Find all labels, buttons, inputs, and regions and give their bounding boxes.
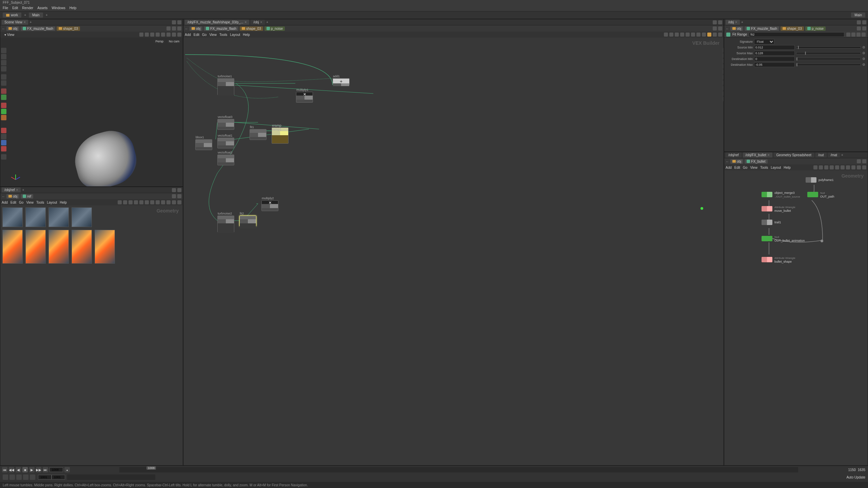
nt-tools[interactable]: Tools bbox=[219, 33, 227, 37]
nt-edit[interactable]: Edit bbox=[194, 33, 199, 37]
nt-help[interactable]: Help bbox=[60, 201, 67, 204]
nt-layout[interactable]: Layout bbox=[230, 33, 240, 37]
node-vectofloat3[interactable]: vectofloat3 bbox=[217, 119, 234, 130]
bc-fx[interactable]: FX_muzzle_flash bbox=[204, 26, 238, 31]
nt-icon[interactable] bbox=[123, 200, 127, 204]
geometry-node-graph[interactable]: Geometry polyframe1 bbox=[724, 170, 868, 465]
nt-icon[interactable] bbox=[675, 33, 679, 37]
tl-opt-icon[interactable] bbox=[23, 474, 28, 480]
tool-icon[interactable] bbox=[723, 97, 724, 101]
bc-shape[interactable]: shape_03 bbox=[240, 26, 263, 31]
nt-icon[interactable] bbox=[134, 200, 138, 204]
tool-icon[interactable] bbox=[723, 64, 724, 69]
tab-objref[interactable]: /obj/ref bbox=[726, 152, 742, 158]
menu-windows[interactable]: Windows bbox=[52, 6, 65, 10]
stop-button[interactable]: ■ bbox=[22, 467, 28, 472]
node-multiply1[interactable]: multiply1 ✕ bbox=[296, 92, 313, 103]
menu-render[interactable]: Render bbox=[22, 6, 33, 10]
info-icon[interactable] bbox=[856, 33, 861, 37]
srcmin-slider[interactable] bbox=[796, 46, 861, 48]
node-add1[interactable]: add1 + bbox=[333, 78, 350, 85]
tool-icon[interactable] bbox=[1, 109, 6, 114]
nt-layout[interactable]: Layout bbox=[47, 201, 57, 204]
pane-icon[interactable] bbox=[718, 20, 722, 24]
bc-obj[interactable]: obj bbox=[190, 26, 202, 31]
node-fit2[interactable]: fit2 bbox=[239, 216, 256, 226]
nt-help[interactable]: Help bbox=[243, 33, 250, 37]
tab-add[interactable]: + bbox=[741, 20, 743, 24]
pin-icon[interactable] bbox=[177, 194, 181, 198]
tab-add[interactable]: + bbox=[266, 20, 268, 24]
tab-geomspread[interactable]: Geometry Spreadsheet bbox=[774, 152, 814, 158]
node-name-input[interactable] bbox=[749, 32, 844, 37]
menu-file[interactable]: File bbox=[3, 6, 8, 10]
timeline-track[interactable]: 1008 bbox=[119, 467, 798, 472]
scale-tool-icon[interactable] bbox=[1, 66, 6, 72]
tool-icon[interactable] bbox=[723, 69, 724, 74]
gear-icon[interactable]: ⚙ bbox=[862, 51, 866, 55]
nt-go[interactable]: Go bbox=[19, 201, 23, 204]
nt-icon[interactable] bbox=[129, 200, 133, 204]
tab-pnoise[interactable]: /obj/FX_muzzle_flash/shape_03/p_...× bbox=[185, 20, 249, 25]
pane-icon[interactable] bbox=[172, 188, 176, 192]
nt-icon[interactable] bbox=[118, 200, 122, 204]
last-frame-button[interactable]: ⏭ bbox=[43, 467, 48, 472]
search-icon[interactable] bbox=[713, 33, 717, 37]
nt-icon[interactable] bbox=[145, 200, 149, 204]
key-button[interactable]: ⬥ bbox=[64, 467, 70, 472]
max-icon[interactable] bbox=[177, 200, 181, 204]
gear-icon[interactable]: ⚙ bbox=[862, 57, 866, 61]
nt-edit[interactable]: Edit bbox=[11, 201, 16, 204]
bc-pnoise[interactable]: p_noise bbox=[805, 26, 826, 31]
srcmin-input[interactable] bbox=[754, 45, 795, 50]
nt-icon[interactable] bbox=[664, 33, 668, 37]
bc-pnoise[interactable]: p_noise bbox=[264, 26, 285, 31]
destmin-slider[interactable] bbox=[796, 58, 861, 60]
srcmax-slider[interactable] bbox=[796, 52, 861, 54]
ref-thumb[interactable] bbox=[25, 230, 46, 264]
nt-icon[interactable] bbox=[686, 33, 690, 37]
gear-icon[interactable] bbox=[846, 33, 850, 37]
bc-obj[interactable]: obj bbox=[6, 194, 19, 199]
pin-icon[interactable] bbox=[172, 26, 176, 30]
lock-icon[interactable] bbox=[172, 194, 176, 198]
nt-icon[interactable] bbox=[150, 200, 154, 204]
tab-scene-view[interactable]: Scene View× bbox=[2, 20, 28, 25]
tool-icon[interactable] bbox=[1, 103, 6, 108]
search-icon[interactable] bbox=[857, 165, 861, 169]
node-vectofloat2[interactable]: vectofloat2 bbox=[217, 155, 234, 165]
bc-obj[interactable]: obj bbox=[6, 26, 19, 31]
search-icon[interactable] bbox=[172, 200, 176, 204]
destmin-input[interactable] bbox=[754, 57, 795, 61]
ref-thumb[interactable] bbox=[72, 207, 92, 227]
nt-view[interactable]: View bbox=[209, 33, 217, 37]
node-out-path[interactable]: NullOUT_path bbox=[807, 191, 834, 198]
tab-out[interactable]: /out bbox=[815, 152, 827, 158]
bc-fxbullet[interactable]: FX_bullet bbox=[745, 159, 767, 164]
vex-node-graph[interactable]: VEX Builder bbox=[183, 38, 724, 465]
nt-help[interactable]: Help bbox=[784, 166, 791, 169]
node-bullet-shape[interactable]: Attribute Wranglebullet_shape bbox=[762, 256, 795, 263]
node-move-bullet[interactable]: Attribute Wranglemove_bullet bbox=[762, 205, 795, 212]
tool-icon[interactable] bbox=[1, 74, 6, 80]
play-back-button[interactable]: ◀ bbox=[16, 467, 21, 472]
ref-thumb[interactable] bbox=[2, 230, 23, 264]
ref-thumb[interactable] bbox=[2, 207, 23, 227]
nt-icon[interactable] bbox=[841, 165, 845, 169]
pane-icon[interactable] bbox=[862, 20, 866, 24]
vp-tool-icon[interactable] bbox=[139, 33, 143, 37]
auto-update-label[interactable]: Auto Update bbox=[844, 475, 868, 479]
pin-icon[interactable] bbox=[862, 159, 866, 163]
tool-icon[interactable] bbox=[1, 134, 6, 139]
vp-tool-icon[interactable] bbox=[177, 33, 181, 37]
nt-icon[interactable] bbox=[835, 165, 839, 169]
nt-icon[interactable] bbox=[851, 165, 855, 169]
cam-toggle[interactable]: No cam bbox=[167, 39, 181, 44]
bc-obj[interactable]: obj bbox=[730, 159, 743, 164]
range-end-input[interactable] bbox=[52, 475, 65, 480]
3d-viewport[interactable]: Persp No cam bbox=[0, 38, 183, 186]
frame-marker[interactable]: 1008 bbox=[146, 466, 156, 470]
tab-fxbullet[interactable]: /obj/FX_bullet× bbox=[743, 152, 772, 158]
output-port[interactable] bbox=[701, 207, 703, 210]
bc-ref[interactable]: ref bbox=[21, 194, 33, 199]
